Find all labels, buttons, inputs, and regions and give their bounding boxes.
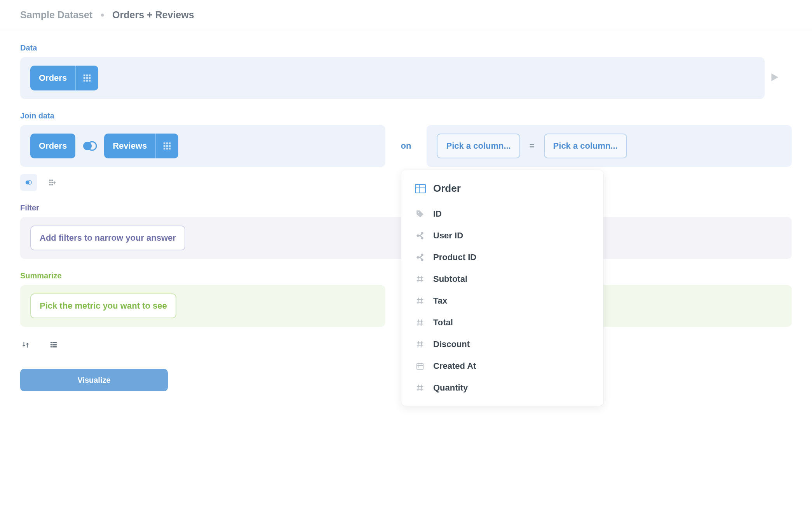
column-option[interactable]: Quantity <box>401 377 603 399</box>
svg-rect-6 <box>84 80 85 82</box>
svg-line-59 <box>421 319 422 326</box>
join-left-table-label: Orders <box>30 141 75 151</box>
column-option[interactable]: User ID <box>401 225 603 247</box>
column-option[interactable]: ID <box>401 203 603 225</box>
visualize-button[interactable]: Visualize <box>20 369 168 391</box>
svg-rect-66 <box>417 364 423 370</box>
data-panel: Orders <box>20 57 765 99</box>
svg-rect-27 <box>51 184 53 186</box>
svg-line-58 <box>418 319 419 326</box>
breadcrumb-separator-icon: ● <box>100 11 105 19</box>
visualize-label: Visualize <box>77 376 110 385</box>
svg-point-39 <box>418 212 419 213</box>
pick-metric-label: Pick the metric you want to see <box>40 301 167 311</box>
svg-rect-0 <box>84 75 85 76</box>
equals-icon: = <box>525 141 539 151</box>
hash-icon <box>415 339 425 350</box>
column-option-label: Quantity <box>433 383 468 393</box>
table-columns-icon[interactable] <box>155 134 178 158</box>
svg-rect-29 <box>53 182 56 183</box>
svg-rect-11 <box>164 142 166 144</box>
join-right-table-label: Reviews <box>104 141 155 151</box>
svg-rect-23 <box>51 180 53 181</box>
join-type-icon[interactable] <box>82 138 98 154</box>
svg-line-50 <box>418 276 419 283</box>
add-filter-button[interactable]: Add filters to narrow your answer <box>30 226 185 250</box>
join-left-panel: Orders Reviews <box>20 125 385 167</box>
pick-left-column-label: Pick a column... <box>446 141 511 151</box>
column-option[interactable]: Tax <box>401 290 603 312</box>
svg-rect-14 <box>164 145 166 147</box>
svg-rect-2 <box>89 75 91 76</box>
svg-point-34 <box>51 346 52 347</box>
svg-rect-16 <box>169 145 171 147</box>
svg-line-72 <box>421 385 422 391</box>
column-option-label: Product ID <box>433 252 476 262</box>
calendar-icon <box>415 361 425 372</box>
run-query-icon[interactable] <box>768 71 780 85</box>
pick-left-column-button[interactable]: Pick a column... <box>437 134 520 158</box>
row-limit-button[interactable] <box>48 339 59 350</box>
svg-line-63 <box>421 341 422 348</box>
sort-button[interactable] <box>20 339 31 350</box>
svg-rect-31 <box>52 342 56 343</box>
svg-rect-7 <box>86 80 88 82</box>
svg-line-62 <box>418 341 419 348</box>
column-option-label: Tax <box>433 296 447 306</box>
column-option-label: Created At <box>433 361 476 371</box>
svg-rect-18 <box>166 148 168 150</box>
hash-icon <box>415 382 425 393</box>
hash-icon <box>415 295 425 306</box>
add-join-button[interactable] <box>20 174 37 191</box>
svg-rect-70 <box>418 366 419 368</box>
svg-rect-22 <box>49 180 51 181</box>
svg-line-71 <box>418 385 419 391</box>
svg-rect-4 <box>86 77 88 79</box>
breadcrumb-dataset[interactable]: Sample Dataset <box>20 9 92 21</box>
column-option-label: Total <box>433 318 453 328</box>
add-custom-column-button[interactable] <box>44 174 61 191</box>
column-option[interactable]: Created At <box>401 355 603 377</box>
svg-rect-1 <box>86 75 88 76</box>
svg-point-30 <box>51 342 52 343</box>
pick-right-column-button[interactable]: Pick a column... <box>544 134 627 158</box>
column-picker-popup: Order IDUser IDProduct IDSubtotalTaxTota… <box>401 170 603 406</box>
svg-line-54 <box>418 298 419 304</box>
breadcrumb-question[interactable]: Orders + Reviews <box>112 9 194 21</box>
column-option-label: ID <box>433 209 442 219</box>
summarize-metric-panel: Pick the metric you want to see <box>20 285 385 327</box>
column-option[interactable]: Total <box>401 312 603 333</box>
join-on-label: on <box>385 141 427 151</box>
svg-line-51 <box>421 276 422 283</box>
svg-rect-26 <box>49 184 51 186</box>
svg-rect-12 <box>166 142 168 144</box>
hash-icon <box>415 317 425 328</box>
section-label-data: Data <box>20 43 792 52</box>
join-right-table-pill[interactable]: Reviews <box>104 134 178 158</box>
column-option[interactable]: Discount <box>401 333 603 355</box>
section-label-join: Join data <box>20 111 792 120</box>
svg-point-47 <box>421 259 423 261</box>
share-icon <box>415 230 425 241</box>
svg-point-32 <box>51 344 52 346</box>
svg-point-41 <box>421 232 423 234</box>
svg-point-46 <box>421 254 423 256</box>
svg-rect-19 <box>169 148 171 150</box>
data-table-label: Orders <box>30 73 75 83</box>
svg-rect-17 <box>164 148 166 150</box>
join-left-table-pill[interactable]: Orders <box>30 134 75 158</box>
svg-rect-36 <box>415 184 425 193</box>
data-table-pill[interactable]: Orders <box>30 66 98 90</box>
svg-point-42 <box>421 237 423 240</box>
svg-rect-13 <box>169 142 171 144</box>
svg-rect-8 <box>89 80 91 82</box>
table-columns-icon[interactable] <box>75 66 98 90</box>
column-option[interactable]: Product ID <box>401 247 603 268</box>
pick-metric-button[interactable]: Pick the metric you want to see <box>30 293 176 318</box>
svg-rect-33 <box>52 344 56 345</box>
column-option[interactable]: Subtotal <box>401 268 603 290</box>
svg-rect-25 <box>51 182 53 183</box>
column-picker-header[interactable]: Order <box>401 180 603 203</box>
join-condition-panel: Pick a column... = Pick a column... <box>427 125 792 167</box>
tag-icon <box>415 208 425 219</box>
